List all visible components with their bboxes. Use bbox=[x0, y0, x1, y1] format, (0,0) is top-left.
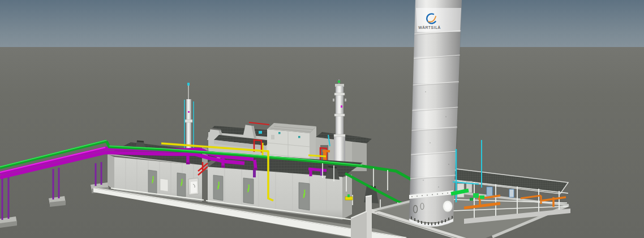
purple-valve[interactable] bbox=[253, 170, 256, 177]
building-2-door[interactable] bbox=[213, 175, 223, 201]
cad-3d-viewport[interactable]: WÄRTSILÄ bbox=[0, 0, 644, 238]
building-1-door[interactable] bbox=[148, 170, 157, 194]
tank-logo-text: WÄRTSILÄ bbox=[418, 26, 440, 29]
sky bbox=[0, 0, 644, 47]
building-2-door[interactable] bbox=[243, 178, 254, 204]
tank-manway[interactable] bbox=[443, 201, 453, 212]
louver-box[interactable] bbox=[188, 178, 199, 195]
wall-panel bbox=[160, 178, 168, 192]
building-1-door[interactable] bbox=[177, 173, 186, 197]
building-1-side bbox=[108, 154, 114, 190]
building-2-door[interactable] bbox=[299, 182, 310, 210]
